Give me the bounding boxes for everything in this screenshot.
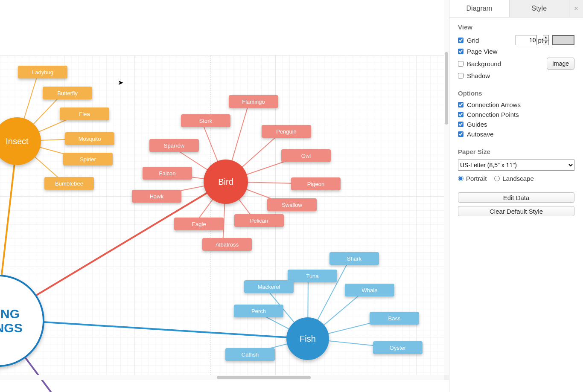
- guides-label: Guides: [467, 121, 487, 128]
- leaf-albatross[interactable]: Albatross: [202, 238, 252, 251]
- diagram-canvas[interactable]: LIVINGTHINGSInsectBirdFishLadybugButterf…: [0, 0, 449, 380]
- grid-size-input[interactable]: [516, 35, 537, 45]
- hub-bird[interactable]: Bird: [204, 160, 248, 204]
- guides-checkbox[interactable]: [458, 122, 463, 127]
- leaf-stork[interactable]: Stork: [181, 114, 230, 127]
- horizontal-scrollbar[interactable]: [0, 375, 444, 380]
- edit-data-button[interactable]: Edit Data: [458, 192, 574, 203]
- landscape-label: Landscape: [502, 175, 533, 182]
- view-heading: View: [458, 23, 574, 31]
- leaf-pigeon[interactable]: Pigeon: [291, 177, 341, 190]
- conn-points-label: Connection Points: [467, 111, 519, 118]
- grid-checkbox[interactable]: [458, 38, 463, 43]
- leaf-falcon[interactable]: Falcon: [143, 167, 192, 180]
- grid-label: Grid: [467, 37, 479, 44]
- autosave-label: Autosave: [467, 131, 494, 138]
- v-scroll-thumb[interactable]: [445, 52, 448, 125]
- leaf-owl[interactable]: Owl: [281, 149, 331, 162]
- paper-size-select[interactable]: US-Letter (8,5" x 11"): [458, 160, 574, 171]
- leaf-sparrow[interactable]: Sparrow: [149, 139, 199, 152]
- properties-panel: Diagram Style × View Grid pt ▲ ▼ Page Vi…: [449, 0, 583, 392]
- conn-arrows-checkbox[interactable]: [458, 102, 463, 107]
- tab-diagram[interactable]: Diagram: [449, 0, 510, 17]
- leaf-flea[interactable]: Flea: [60, 107, 109, 120]
- leaf-flamingo[interactable]: Flamingo: [229, 95, 278, 108]
- conn-points-checkbox[interactable]: [458, 112, 463, 117]
- grid-size-down[interactable]: ▼: [543, 40, 549, 45]
- pageview-checkbox[interactable]: [458, 49, 463, 54]
- leaf-butterfly[interactable]: Butterfly: [43, 87, 92, 99]
- leaf-tuna[interactable]: Tuna: [288, 270, 337, 282]
- options-section: Options Connection Arrows Connection Poi…: [449, 84, 583, 142]
- panel-close-button[interactable]: ×: [569, 0, 583, 17]
- scroll-corner: [444, 375, 449, 380]
- conn-arrows-label: Connection Arrows: [467, 101, 521, 108]
- leaf-oyster[interactable]: Oyster: [373, 341, 423, 354]
- paper-size-section: Paper Size US-Letter (8,5" x 11") Portra…: [449, 142, 583, 186]
- paper-size-heading: Paper Size: [458, 148, 574, 155]
- leaf-shark[interactable]: Shark: [329, 252, 379, 265]
- leaf-spider[interactable]: Spider: [63, 153, 113, 166]
- portrait-radio[interactable]: [458, 176, 463, 181]
- view-section: View Grid pt ▲ ▼ Page View Background Im…: [449, 17, 583, 84]
- options-heading: Options: [458, 90, 574, 97]
- leaf-whale[interactable]: Whale: [345, 284, 394, 296]
- leaf-hawk[interactable]: Hawk: [132, 190, 181, 203]
- leaf-swallow[interactable]: Swallow: [267, 198, 317, 211]
- background-checkbox[interactable]: [458, 61, 463, 67]
- leaf-penguin[interactable]: Penguin: [262, 125, 311, 138]
- autosave-checkbox[interactable]: [458, 131, 463, 137]
- landscape-radio[interactable]: [494, 176, 500, 181]
- shadow-checkbox[interactable]: [458, 73, 463, 78]
- grid-color-swatch[interactable]: [552, 35, 574, 45]
- tab-style[interactable]: Style: [510, 0, 570, 17]
- panel-tabs: Diagram Style ×: [449, 0, 583, 17]
- pageview-label: Page View: [467, 48, 497, 55]
- leaf-pelican[interactable]: Pelican: [234, 214, 284, 227]
- background-label: Background: [467, 60, 501, 67]
- leaf-bass[interactable]: Bass: [370, 312, 419, 325]
- leaf-mackerel[interactable]: Mackerel: [244, 280, 294, 293]
- hub-fish[interactable]: Fish: [286, 317, 329, 360]
- leaf-eagle[interactable]: Eagle: [174, 218, 224, 230]
- h-scroll-thumb[interactable]: [217, 376, 311, 379]
- portrait-label: Portrait: [466, 175, 487, 182]
- shadow-label: Shadow: [467, 72, 490, 79]
- clear-default-style-button[interactable]: Clear Default Style: [458, 206, 574, 216]
- leaf-catfish[interactable]: Catfish: [225, 348, 275, 361]
- leaf-perch[interactable]: Perch: [234, 305, 283, 317]
- image-button[interactable]: Image: [547, 58, 574, 70]
- leaf-mosquito[interactable]: Mosquito: [65, 132, 114, 145]
- grid-size-up[interactable]: ▲: [543, 35, 549, 40]
- vertical-scrollbar[interactable]: [444, 0, 449, 375]
- leaf-bumblebee[interactable]: Bumblebee: [44, 177, 94, 190]
- leaf-ladybug[interactable]: Ladybug: [18, 66, 67, 78]
